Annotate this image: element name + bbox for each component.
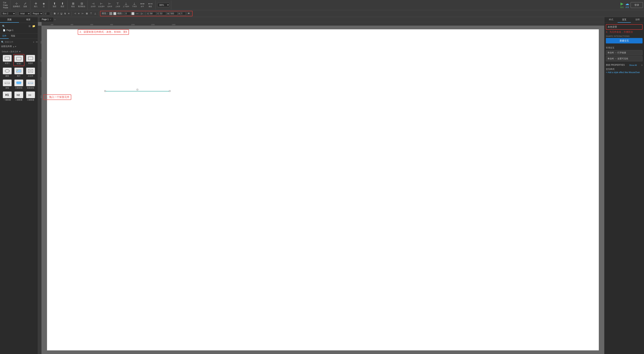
handle-middle-right[interactable]	[169, 90, 170, 92]
ruler-mark-1400: 1400	[172, 24, 175, 26]
edit-component-button[interactable]: ✏	[36, 40, 38, 44]
new-interaction-button[interactable]: 新建交互	[606, 38, 642, 44]
component-item-image[interactable]: 图片	[14, 67, 24, 78]
point-button[interactable]: ◈ 点	[40, 2, 47, 8]
text-align-justify-button[interactable]: ⊠	[85, 12, 88, 15]
list-button[interactable]: ≡	[67, 12, 70, 15]
add-page-button[interactable]: ⊞	[28, 24, 31, 28]
add-page-tab-button[interactable]: +	[54, 18, 56, 21]
tab-masters[interactable]: 母版	[9, 34, 17, 39]
interaction-open-link[interactable]: 单击时 → 打开链接	[606, 50, 642, 55]
font-family-select[interactable]: Arial	[18, 12, 30, 16]
h-input[interactable]	[180, 12, 186, 15]
handle-middle-left[interactable]	[104, 90, 106, 92]
add-effect-link[interactable]: + Add a style effect like MouseOver	[606, 71, 642, 74]
component-search-input[interactable]	[5, 41, 32, 43]
text-valign-middle-button[interactable]: ⊥	[94, 12, 97, 15]
y-input[interactable]	[159, 12, 166, 15]
text-valign-top-button[interactable]: ⊤	[89, 12, 93, 15]
component-item-placeholder[interactable]: 占位符	[25, 67, 36, 78]
stroke-cap-button[interactable]: ▷	[140, 12, 144, 15]
combine-row: ⊞ 组合 ⊟ 取消组合	[70, 2, 86, 8]
align-top-button[interactable]: ⊤ 上对齐	[114, 2, 121, 8]
element-name-select[interactable]: Box 2	[1, 12, 16, 16]
align-bottom-button[interactable]: ⊥ 下对齐	[131, 2, 138, 8]
paste-button[interactable]: Paste	[2, 6, 9, 9]
component-item-h2[interactable]: H2 二级标题	[14, 91, 24, 102]
component-item-circle[interactable]: 圆形	[2, 67, 13, 78]
top-layer-button[interactable]: ⬆ 顶层	[51, 2, 58, 8]
add-component-button[interactable]: +	[32, 40, 35, 44]
page-1-item[interactable]: 📄 Page 1	[2, 28, 36, 32]
component-item-link-button[interactable]: BUTTON 链接按钮	[25, 79, 36, 90]
component-item-button[interactable]: BUTTON 按钮	[2, 79, 13, 90]
tab-notes[interactable]: 说明	[631, 17, 644, 23]
strikethrough-button[interactable]: S̶	[64, 12, 66, 15]
component-item-h3[interactable]: H3 三级标题	[25, 91, 36, 102]
component-search-row: 🔍 + ✏ ⋯	[0, 40, 38, 44]
left-panel: 页面 概要 🔍 ⊞ 📁 📄 Page 1 元件 母版 🔍	[0, 17, 38, 354]
tab-components[interactable]: 元件	[0, 34, 9, 39]
stroke-style-button[interactable]: —	[136, 12, 139, 15]
component-item-rect2[interactable]: 矩形2	[14, 54, 24, 66]
combine-button[interactable]: ⊞ 组合	[70, 2, 77, 8]
insert-button[interactable]: ✛ 插入	[32, 2, 40, 8]
tab-interact[interactable]: 交互	[618, 17, 631, 23]
fill-color-swatch-dark[interactable]	[110, 12, 112, 15]
tab-overview[interactable]: 概要	[19, 17, 38, 23]
fill-color-swatch-light[interactable]	[113, 12, 116, 15]
login-button[interactable]: 登录	[630, 2, 643, 8]
page-tab-1[interactable]: Page 1 ✕	[40, 17, 54, 22]
underline-button[interactable]: U	[60, 12, 63, 15]
share-button[interactable]: ☁ 共享	[625, 2, 629, 9]
component-item-rect3[interactable]: 矩形3	[25, 54, 36, 66]
tab-style[interactable]: 样式	[604, 17, 618, 23]
handle-top-center[interactable]	[137, 89, 138, 90]
component-item-h1[interactable]: H1 一级标题	[2, 91, 13, 102]
align-center-v-button[interactable]: ⊥ 上下居中	[122, 2, 130, 8]
stroke-color-swatch[interactable]	[132, 12, 134, 15]
lock-ratio-button[interactable]: 👁	[187, 12, 191, 15]
x-input[interactable]	[149, 12, 156, 15]
font-style-select[interactable]: Regular	[31, 12, 43, 16]
connect-button[interactable]: ⤢ 连接	[22, 2, 29, 8]
stroke-width-input[interactable]	[125, 12, 130, 15]
italic-button[interactable]: I	[57, 12, 59, 15]
bottom-layer-button[interactable]: ⬇ 底层	[59, 2, 66, 8]
align-right-button[interactable]: ⊢ 右对齐	[106, 2, 113, 8]
align-top-icon: ⊤	[116, 2, 119, 5]
preview-button[interactable]: ▶ 预览	[620, 2, 624, 9]
align-left-button[interactable]: ⊣ 左对齐	[90, 2, 97, 8]
ruler-mark-200: 200	[50, 24, 53, 26]
comp-search-icon: 🔍	[1, 41, 4, 44]
uncombine-button[interactable]: ⊟ 取消组合	[78, 2, 86, 8]
folder-page-button[interactable]: 📁	[32, 24, 36, 28]
distribute-h-icon: ⟺	[140, 2, 144, 5]
text-align-left-button[interactable]: ⊣	[73, 12, 77, 15]
w-input[interactable]	[170, 12, 178, 15]
copy-button[interactable]: Copy	[2, 4, 9, 6]
align-left-icon: ⊣	[92, 2, 94, 5]
tab-pages[interactable]: 页面	[0, 17, 19, 23]
properties-section: 形状 PROPERTIES Show All ≡ 交互样式 + Add a st…	[606, 64, 642, 74]
font-size-input[interactable]	[44, 12, 50, 15]
component-item-rect1[interactable]: 矩形1	[2, 54, 13, 66]
distribute-h-button[interactable]: ⟺ 水平	[139, 2, 146, 8]
shape-rect-line[interactable]	[105, 91, 170, 92]
cut-button[interactable]: Cut	[2, 1, 9, 4]
library-selector[interactable]: 全部元件库 ▲▼	[0, 44, 38, 49]
interaction-set-visibility[interactable]: 单击时 → 设置可见性	[606, 56, 642, 61]
distribute-v-button[interactable]: ⟻ 垂直	[147, 2, 154, 8]
select-mode-button[interactable]: ⊹ 选择模式	[12, 2, 21, 8]
text-align-center-button[interactable]: ≡	[78, 12, 80, 15]
component-item-primary-button[interactable]: BUTTON 主要按钮	[14, 79, 24, 90]
center-area: Page 1 ✕ + 200 400 600 800 1000 1200 140…	[38, 17, 604, 354]
page-tab-close[interactable]: ✕	[50, 19, 51, 21]
bold-button[interactable]: B	[53, 12, 56, 15]
select-group: ⊹ 选择模式 ⤢ 连接	[11, 0, 30, 10]
h3-icon: H3	[26, 91, 35, 98]
text-align-right-button[interactable]: ⊢	[81, 12, 84, 15]
zoom-selector[interactable]: 88% 100% 75% 50%	[157, 3, 170, 7]
show-all-button[interactable]: Show All	[629, 64, 637, 66]
align-center-h-button[interactable]: ⊢ 左右居中	[98, 2, 106, 8]
